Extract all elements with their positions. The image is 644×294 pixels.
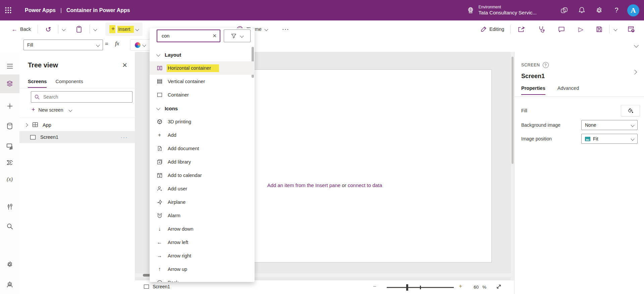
fill-color-button[interactable] [621, 105, 640, 116]
zoom-slider-thumb[interactable] [406, 284, 408, 291]
image-position-dropdown[interactable]: Fit [581, 134, 638, 144]
tab-advanced[interactable]: Advanced [557, 85, 579, 95]
chevron-down-icon [96, 43, 100, 47]
insert-item-add-library[interactable]: Add library [150, 155, 255, 169]
rail-power-automate-button[interactable] [0, 155, 19, 170]
add-to-calendar-icon [157, 173, 162, 178]
copilot-button[interactable] [555, 0, 573, 20]
zoom-in-button[interactable]: + [459, 283, 462, 290]
insert-item-vertical-container[interactable]: Vertical container [150, 75, 255, 88]
undo-button[interactable]: ↺ [45, 26, 51, 33]
save-button[interactable] [596, 26, 602, 33]
insert-item-arrow-right[interactable]: → Arrow right [150, 249, 255, 262]
insert-item-add[interactable]: + Add [150, 128, 255, 142]
tree-item-app[interactable]: App [19, 119, 135, 131]
back-button[interactable]: ← Back [11, 26, 31, 32]
insert-item-label: Back [168, 280, 178, 282]
help-circle-icon[interactable]: ? [543, 62, 549, 68]
clear-search-icon[interactable]: ✕ [212, 33, 217, 39]
insert-search-input[interactable] [161, 33, 206, 39]
zoom-out-button[interactable]: − [373, 283, 376, 290]
connect-to-data-link[interactable]: connect to data [348, 182, 382, 188]
insert-item-add-user[interactable]: Add user [150, 182, 255, 195]
header-title: Power Apps | Container in Power Apps [25, 7, 130, 13]
publish-button[interactable] [628, 26, 635, 33]
rail-data-button[interactable] [0, 119, 19, 133]
fit-to-window-button[interactable] [496, 284, 502, 291]
avatar[interactable]: A [627, 4, 639, 16]
rail-settings-button[interactable] [0, 257, 19, 272]
insert-item-alarm[interactable]: Alarm [150, 209, 255, 222]
formula-copilot-button[interactable] [130, 39, 150, 51]
tab-screens[interactable]: Screens [28, 79, 47, 88]
tree-search-input[interactable] [43, 94, 111, 100]
insert-item-add-to-calendar[interactable]: Add to calendar [150, 169, 255, 182]
save-dropdown[interactable] [614, 28, 617, 31]
rail-variables-button[interactable]: (x) [0, 172, 19, 187]
settings-button[interactable] [590, 0, 608, 20]
new-screen-button[interactable]: + New screen [32, 106, 72, 113]
background-image-value: None [585, 122, 596, 128]
insert-filter-button[interactable] [224, 30, 251, 42]
rail-tools-button[interactable] [0, 199, 19, 214]
undo-redo-dropdown[interactable] [62, 28, 65, 31]
selected-kind-label: SCREEN [521, 63, 540, 67]
section-icons[interactable]: Icons [150, 102, 255, 115]
publish-icon [628, 26, 635, 33]
formula-bar-expand-button[interactable] [635, 43, 638, 48]
paste-dropdown[interactable] [94, 28, 97, 31]
paste-button[interactable] [76, 26, 82, 33]
insert-item-label: Airplane [168, 199, 185, 205]
editing-mode-button[interactable]: Editing [481, 26, 504, 32]
rail-agent-button[interactable] [0, 277, 19, 292]
tree-search-box[interactable] [31, 91, 132, 103]
rail-search-button[interactable] [0, 219, 19, 234]
help-button[interactable]: ? [608, 0, 625, 20]
rail-tree-view-button[interactable] [0, 74, 19, 93]
environment-picker[interactable]: Environment Tata Consultancy Servic... [467, 5, 537, 16]
preview-button[interactable]: ▷ [578, 25, 583, 33]
insert-item-arrow-down[interactable]: ↓ Arrow down [150, 222, 255, 236]
insert-item-airplane[interactable]: Airplane [150, 195, 255, 209]
more-commands-button[interactable]: ··· [282, 26, 289, 32]
close-icon[interactable]: ✕ [122, 61, 127, 69]
zoom-slider[interactable] [387, 287, 454, 288]
comments-button[interactable] [558, 26, 565, 33]
chevron-right-icon[interactable] [24, 123, 28, 127]
rail-menu-button[interactable] [0, 59, 19, 73]
vertical-scrollbar[interactable] [511, 52, 514, 280]
insert-item-container[interactable]: Container [150, 88, 255, 102]
selected-control-name: Screen1 [521, 73, 545, 80]
insert-item-label: Arrow up [168, 267, 187, 272]
rail-media-button[interactable] [0, 139, 19, 154]
chevron-down-icon [613, 27, 617, 31]
insert-item-back[interactable]: Back [150, 276, 255, 282]
collapse-panel-button[interactable] [633, 69, 636, 75]
tab-properties[interactable]: Properties [521, 85, 545, 95]
tree-item-screen1[interactable]: Screen1 ··· [19, 131, 135, 143]
play-icon: ▷ [578, 25, 583, 33]
scrollbar-thumb[interactable] [512, 57, 514, 164]
chevron-down-icon [264, 27, 268, 31]
waffle-menu-icon[interactable] [0, 0, 16, 20]
app-checker-button[interactable] [538, 26, 545, 33]
app-name[interactable]: Power Apps [25, 7, 56, 13]
tree-item-label: App [43, 122, 51, 128]
rail-insert-button[interactable] [0, 99, 19, 113]
section-layout[interactable]: Layout [150, 48, 255, 61]
property-selector[interactable]: Fill [23, 40, 103, 50]
insert-button[interactable]: + Insert [105, 22, 143, 36]
insert-item-arrow-left[interactable]: ← Arrow left [150, 236, 255, 249]
item-more-button[interactable]: ··· [121, 135, 128, 140]
background-image-dropdown[interactable]: None [581, 120, 638, 130]
insert-item-3d-printing[interactable]: 3D printing [150, 115, 255, 128]
notifications-button[interactable] [573, 0, 590, 20]
share-button[interactable] [518, 26, 525, 33]
insert-item-horizontal-container[interactable]: Horizontal container [150, 61, 255, 75]
insert-item-arrow-up[interactable]: ↑ Arrow up [150, 262, 255, 276]
insert-item-add-document[interactable]: Add document [150, 142, 255, 155]
percent-sign: % [482, 285, 486, 290]
tab-components[interactable]: Components [55, 79, 83, 88]
insert-pane-link[interactable]: Add an item from the Insert pane [267, 182, 340, 188]
insert-search-box[interactable]: ✕ [157, 30, 220, 42]
